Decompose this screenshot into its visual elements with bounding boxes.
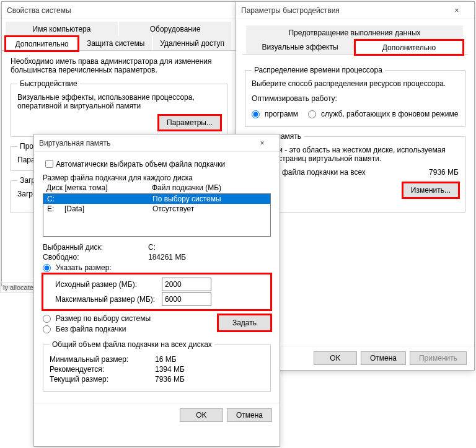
radio-system-input[interactable] bbox=[43, 315, 51, 323]
auto-manage-check[interactable]: Автоматически выбирать объем файла подка… bbox=[43, 158, 271, 170]
perfopt-ok-button[interactable]: OK bbox=[314, 351, 357, 365]
radio-custom-input[interactable] bbox=[43, 264, 51, 272]
sys-tabs: Имя компьютера Оборудование Дополнительн… bbox=[2, 22, 236, 51]
sys-title: Свойства системы bbox=[7, 2, 71, 19]
disk-row-c[interactable]: C: По выбору системы bbox=[43, 194, 270, 204]
perf-params-button[interactable]: Параметры... bbox=[159, 115, 221, 130]
radio-none-input[interactable] bbox=[43, 325, 51, 333]
disk-c-pf: По выбору системы bbox=[152, 195, 221, 203]
cpu-legend: Распределение времени процессора bbox=[252, 66, 385, 74]
radio-system-managed[interactable]: Размер по выбору системы bbox=[43, 314, 218, 323]
radio-programs-label: программ bbox=[265, 110, 298, 118]
cur-value: 7936 МБ bbox=[155, 375, 185, 384]
max-size-label: Максимальный размер (МБ): bbox=[46, 295, 162, 304]
radio-services-label: служб, работающих в фоновом режиме bbox=[321, 110, 458, 118]
sys-titlebar: Свойства системы bbox=[2, 2, 236, 19]
cur-label: Текущий размер: bbox=[50, 375, 155, 384]
free-label: Свободно: bbox=[43, 253, 148, 261]
radio-services[interactable]: служб, работающих в фоновом режиме bbox=[308, 110, 458, 118]
total-legend: Общий объем файла подкачки на всех диска… bbox=[50, 340, 214, 349]
vm-titlebar: Виртуальная память × bbox=[34, 134, 280, 152]
vm-text1: подкачки - это область на жестком диске,… bbox=[252, 146, 459, 154]
tab-remote[interactable]: Удаленный доступ bbox=[153, 36, 231, 50]
disk-c-label: C: bbox=[47, 195, 152, 203]
disk-e-pf: Отсутствует bbox=[152, 204, 194, 213]
tab-computer-name[interactable]: Имя компьютера bbox=[6, 22, 118, 36]
auto-manage-label: Автоматически выбирать объем файла подка… bbox=[56, 160, 225, 169]
seldisk-label: Выбранный диск: bbox=[43, 243, 148, 252]
radio-none-label: Без файла подкачки bbox=[56, 325, 126, 333]
vm-ok-button[interactable]: OK bbox=[180, 408, 223, 422]
col-pagefile: Файл подкачки (МБ) bbox=[152, 183, 221, 192]
seldisk-value: C: bbox=[148, 243, 156, 252]
tab-hardware[interactable]: Оборудование bbox=[119, 22, 231, 36]
group-performance: Быстродействие Визуальные эффекты, испол… bbox=[11, 79, 227, 137]
cpu-text: Выберите способ распределения ресурсов п… bbox=[252, 79, 459, 88]
set-button[interactable]: Задать bbox=[218, 315, 271, 331]
close-icon[interactable]: × bbox=[444, 2, 469, 19]
vm-total-value: 7936 МБ bbox=[429, 168, 459, 177]
group-total-pagefile: Общий объем файла подкачки на всех диска… bbox=[43, 340, 271, 392]
vm-change-button[interactable]: Изменить... bbox=[403, 183, 459, 198]
min-value: 16 МБ bbox=[155, 355, 177, 364]
tab-advanced[interactable]: Дополнительно bbox=[6, 37, 78, 51]
vm-content: Автоматически выбирать объем файла подка… bbox=[34, 152, 280, 403]
rec-value: 1394 МБ bbox=[155, 365, 185, 374]
vm-buttons: OK Отмена bbox=[34, 403, 280, 427]
perf-legend: Быстродействие bbox=[17, 79, 80, 88]
perfopt-title: Параметры быстродействия bbox=[241, 2, 340, 19]
vm-text2: анения страниц виртуальной памяти. bbox=[252, 154, 459, 163]
perfopt-tabs: Предотвращение выполнения данных Визуаль… bbox=[242, 25, 468, 55]
cpu-optlabel: Оптимизировать работу: bbox=[252, 94, 459, 103]
disk-e-label: E: [Data] bbox=[47, 204, 152, 213]
rec-label: Рекомендуется: bbox=[50, 365, 155, 374]
perfopt-cancel-button[interactable]: Отмена bbox=[361, 351, 406, 365]
tab-perf-advanced[interactable]: Дополнительно bbox=[355, 40, 463, 55]
vm-close-icon[interactable]: × bbox=[250, 134, 275, 152]
radio-custom-label: Указать размер: bbox=[56, 263, 112, 272]
radio-programs[interactable]: программ bbox=[252, 110, 298, 118]
perfopt-apply-button[interactable]: Применить bbox=[410, 351, 467, 365]
init-size-label: Исходный размер (МБ): bbox=[46, 280, 162, 289]
disk-list[interactable]: C: По выбору системы E: [Data] Отсутству… bbox=[43, 193, 271, 237]
virtual-memory-dialog: Виртуальная память × Автоматически выбир… bbox=[33, 134, 280, 447]
max-size-input[interactable] bbox=[162, 292, 211, 306]
perdisk-label: Размер файла подкачки для каждого диска bbox=[43, 173, 271, 182]
perfopt-titlebar: Параметры быстродействия × bbox=[236, 2, 474, 19]
radio-services-input[interactable] bbox=[308, 110, 316, 118]
perf-text: Визуальные эффекты, использование процес… bbox=[17, 93, 221, 110]
tab-dep[interactable]: Предотвращение выполнения данных bbox=[246, 25, 463, 40]
auto-manage-checkbox[interactable] bbox=[45, 160, 53, 168]
col-disk: Диск [метка тома] bbox=[46, 183, 152, 192]
radio-custom-size[interactable]: Указать размер: bbox=[43, 263, 271, 272]
vm-cancel-button[interactable]: Отмена bbox=[227, 408, 272, 422]
group-cpu: Распределение времени процессора Выберит… bbox=[245, 66, 465, 127]
tab-visual[interactable]: Визуальные эффекты bbox=[246, 40, 354, 54]
vm-title: Виртуальная память bbox=[39, 134, 110, 152]
min-label: Минимальный размер: bbox=[50, 355, 155, 364]
radio-programs-input[interactable] bbox=[252, 110, 260, 118]
free-value: 184261 МБ bbox=[148, 253, 186, 261]
initial-size-input[interactable] bbox=[162, 278, 211, 291]
admin-note: Необходимо иметь права администратора дл… bbox=[11, 57, 227, 74]
radio-no-pagefile[interactable]: Без файла подкачки bbox=[43, 325, 218, 333]
tab-protection[interactable]: Защита системы bbox=[79, 36, 152, 50]
disk-row-e[interactable]: E: [Data] Отсутствует bbox=[43, 204, 270, 214]
radio-system-label: Размер по выбору системы bbox=[56, 314, 151, 323]
